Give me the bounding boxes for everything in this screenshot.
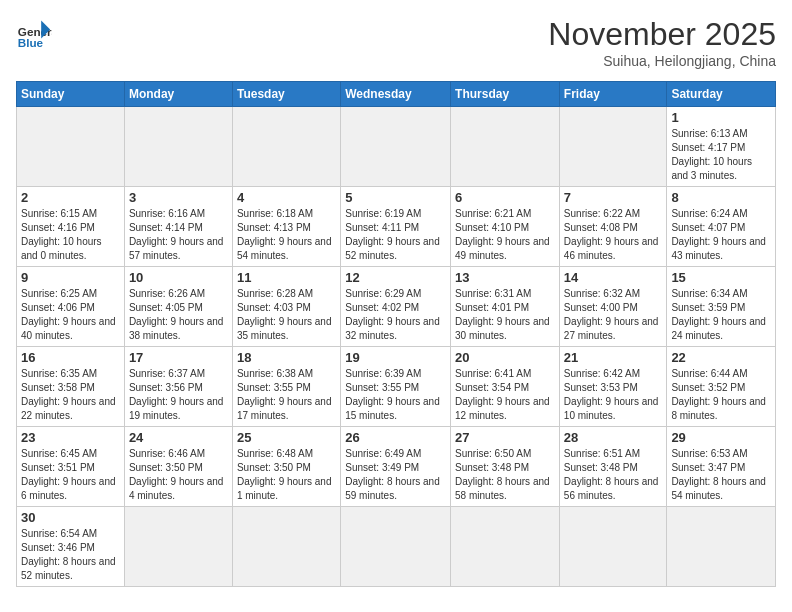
calendar-row-1: 1 Sunrise: 6:13 AMSunset: 4:17 PMDayligh… <box>17 107 776 187</box>
logo-icon: General Blue <box>16 16 52 52</box>
day-24: 24 Sunrise: 6:46 AMSunset: 3:50 PMDaylig… <box>124 427 232 507</box>
day-10: 10 Sunrise: 6:26 AMSunset: 4:05 PMDaylig… <box>124 267 232 347</box>
day-5: 5 Sunrise: 6:19 AMSunset: 4:11 PMDayligh… <box>341 187 451 267</box>
empty-cell <box>451 507 560 587</box>
month-title: November 2025 <box>548 16 776 53</box>
day-16: 16 Sunrise: 6:35 AMSunset: 3:58 PMDaylig… <box>17 347 125 427</box>
empty-cell <box>341 507 451 587</box>
day-21: 21 Sunrise: 6:42 AMSunset: 3:53 PMDaylig… <box>559 347 667 427</box>
empty-cell <box>17 107 125 187</box>
calendar-row-5: 23 Sunrise: 6:45 AMSunset: 3:51 PMDaylig… <box>17 427 776 507</box>
day-18: 18 Sunrise: 6:38 AMSunset: 3:55 PMDaylig… <box>232 347 340 427</box>
day-1: 1 Sunrise: 6:13 AMSunset: 4:17 PMDayligh… <box>667 107 776 187</box>
calendar-row-4: 16 Sunrise: 6:35 AMSunset: 3:58 PMDaylig… <box>17 347 776 427</box>
header-wednesday: Wednesday <box>341 82 451 107</box>
day-17: 17 Sunrise: 6:37 AMSunset: 3:56 PMDaylig… <box>124 347 232 427</box>
day-11: 11 Sunrise: 6:28 AMSunset: 4:03 PMDaylig… <box>232 267 340 347</box>
empty-cell <box>341 107 451 187</box>
day-22: 22 Sunrise: 6:44 AMSunset: 3:52 PMDaylig… <box>667 347 776 427</box>
day-30: 30 Sunrise: 6:54 AMSunset: 3:46 PMDaylig… <box>17 507 125 587</box>
empty-cell <box>559 107 667 187</box>
header-tuesday: Tuesday <box>232 82 340 107</box>
empty-cell <box>667 507 776 587</box>
day-19: 19 Sunrise: 6:39 AMSunset: 3:55 PMDaylig… <box>341 347 451 427</box>
svg-text:Blue: Blue <box>18 36 44 49</box>
header-friday: Friday <box>559 82 667 107</box>
day-9: 9 Sunrise: 6:25 AMSunset: 4:06 PMDayligh… <box>17 267 125 347</box>
header-thursday: Thursday <box>451 82 560 107</box>
day-8: 8 Sunrise: 6:24 AMSunset: 4:07 PMDayligh… <box>667 187 776 267</box>
empty-cell <box>451 107 560 187</box>
empty-cell <box>124 107 232 187</box>
day-4: 4 Sunrise: 6:18 AMSunset: 4:13 PMDayligh… <box>232 187 340 267</box>
day-2: 2 Sunrise: 6:15 AMSunset: 4:16 PMDayligh… <box>17 187 125 267</box>
page-header: General Blue November 2025 Suihua, Heilo… <box>16 16 776 69</box>
header-monday: Monday <box>124 82 232 107</box>
day-15: 15 Sunrise: 6:34 AMSunset: 3:59 PMDaylig… <box>667 267 776 347</box>
calendar-row-6: 30 Sunrise: 6:54 AMSunset: 3:46 PMDaylig… <box>17 507 776 587</box>
day-28: 28 Sunrise: 6:51 AMSunset: 3:48 PMDaylig… <box>559 427 667 507</box>
day-14: 14 Sunrise: 6:32 AMSunset: 4:00 PMDaylig… <box>559 267 667 347</box>
day-12: 12 Sunrise: 6:29 AMSunset: 4:02 PMDaylig… <box>341 267 451 347</box>
header-sunday: Sunday <box>17 82 125 107</box>
day-27: 27 Sunrise: 6:50 AMSunset: 3:48 PMDaylig… <box>451 427 560 507</box>
calendar-row-3: 9 Sunrise: 6:25 AMSunset: 4:06 PMDayligh… <box>17 267 776 347</box>
day-25: 25 Sunrise: 6:48 AMSunset: 3:50 PMDaylig… <box>232 427 340 507</box>
day-23: 23 Sunrise: 6:45 AMSunset: 3:51 PMDaylig… <box>17 427 125 507</box>
empty-cell <box>232 107 340 187</box>
location-subtitle: Suihua, Heilongjiang, China <box>548 53 776 69</box>
logo: General Blue <box>16 16 52 52</box>
day-7: 7 Sunrise: 6:22 AMSunset: 4:08 PMDayligh… <box>559 187 667 267</box>
day-6: 6 Sunrise: 6:21 AMSunset: 4:10 PMDayligh… <box>451 187 560 267</box>
weekday-header-row: Sunday Monday Tuesday Wednesday Thursday… <box>17 82 776 107</box>
day-13: 13 Sunrise: 6:31 AMSunset: 4:01 PMDaylig… <box>451 267 560 347</box>
day-20: 20 Sunrise: 6:41 AMSunset: 3:54 PMDaylig… <box>451 347 560 427</box>
calendar-row-2: 2 Sunrise: 6:15 AMSunset: 4:16 PMDayligh… <box>17 187 776 267</box>
empty-cell <box>124 507 232 587</box>
header-saturday: Saturday <box>667 82 776 107</box>
empty-cell <box>559 507 667 587</box>
calendar-table: Sunday Monday Tuesday Wednesday Thursday… <box>16 81 776 587</box>
title-block: November 2025 Suihua, Heilongjiang, Chin… <box>548 16 776 69</box>
day-3: 3 Sunrise: 6:16 AMSunset: 4:14 PMDayligh… <box>124 187 232 267</box>
day-26: 26 Sunrise: 6:49 AMSunset: 3:49 PMDaylig… <box>341 427 451 507</box>
day-29: 29 Sunrise: 6:53 AMSunset: 3:47 PMDaylig… <box>667 427 776 507</box>
empty-cell <box>232 507 340 587</box>
